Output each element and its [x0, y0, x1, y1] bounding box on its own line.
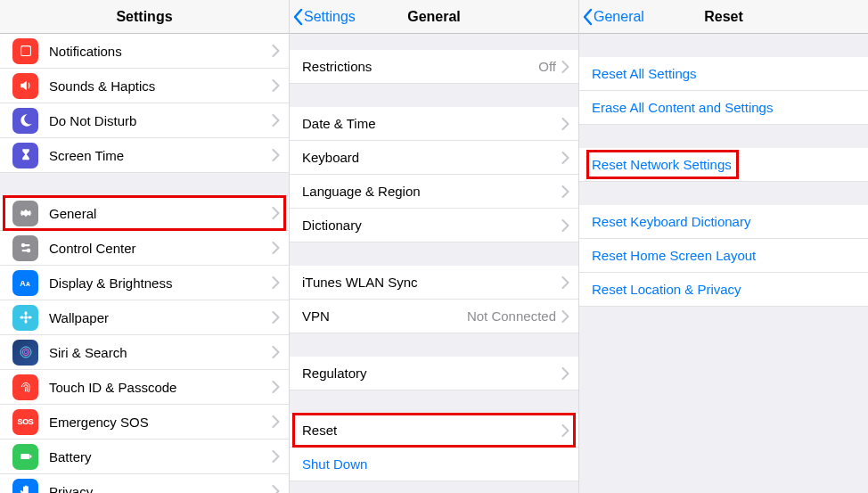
general-item-vpn[interactable]: VPNNot Connected [290, 300, 578, 333]
reset-panel: General Reset Reset All SettingsErase Al… [579, 0, 868, 493]
reset-item-label: Erase All Content and Settings [592, 100, 773, 115]
general-item-label: Keyboard [302, 150, 561, 165]
reset-item-label: Reset Keyboard Dictionary [592, 214, 750, 229]
section-gap [0, 173, 289, 196]
sos-icon: SOS [12, 409, 38, 435]
settings-item-label: Do Not Disturb [49, 113, 272, 128]
reset-rows: Reset All SettingsErase All Content and … [579, 34, 868, 493]
svg-point-13 [20, 347, 31, 357]
svg-text:A: A [20, 279, 26, 288]
svg-point-12 [28, 316, 32, 319]
speaker-icon [12, 73, 38, 99]
settings-item-emergency-sos[interactable]: SOSEmergency SOS [0, 405, 289, 440]
section-gap [579, 182, 868, 205]
chevron-left-icon [583, 8, 594, 26]
settings-item-label: General [49, 206, 272, 221]
settings-item-label: Display & Brightness [49, 275, 272, 291]
detail-text: Not Connected [467, 308, 556, 324]
settings-item-display-brightness[interactable]: AADisplay & Brightness [0, 266, 289, 300]
reset-item-reset-home-screen-layout[interactable]: Reset Home Screen Layout [579, 239, 868, 273]
svg-rect-16 [20, 454, 30, 459]
settings-header: Settings [0, 0, 289, 34]
reset-item-reset-keyboard-dictionary[interactable]: Reset Keyboard Dictionary [579, 205, 868, 239]
chevron-right-icon [272, 346, 280, 358]
svg-rect-5 [21, 250, 27, 251]
settings-item-label: Touch ID & Passcode [49, 380, 272, 395]
general-back-button[interactable]: Settings [293, 0, 356, 33]
reset-title: Reset [704, 9, 743, 25]
settings-item-wallpaper[interactable]: Wallpaper [0, 300, 289, 335]
chevron-right-icon [272, 45, 280, 57]
settings-item-battery[interactable]: Battery [0, 440, 289, 474]
settings-title: Settings [116, 9, 172, 25]
flower-icon [12, 305, 38, 331]
chevron-right-icon [272, 207, 280, 219]
reset-item-erase-all-content-settings[interactable]: Erase All Content and Settings [579, 91, 868, 125]
section-gap [290, 333, 578, 357]
general-panel: Settings General RestrictionsOffDate & T… [290, 0, 579, 493]
svg-point-14 [22, 349, 29, 356]
general-item-label: Shut Down [302, 456, 569, 472]
reset-item-reset-location-privacy[interactable]: Reset Location & Privacy [579, 273, 868, 307]
settings-item-label: Notifications [49, 44, 272, 59]
section-gap [290, 84, 578, 107]
general-item-shut-down[interactable]: Shut Down [290, 448, 578, 481]
reset-item-label: Reset All Settings [592, 66, 697, 81]
settings-item-sounds-haptics[interactable]: Sounds & Haptics [0, 69, 289, 103]
general-item-restrictions[interactable]: RestrictionsOff [290, 50, 578, 84]
chevron-right-icon [272, 242, 280, 254]
settings-item-label: Wallpaper [49, 310, 272, 325]
reset-item-label: Reset Home Screen Layout [592, 248, 756, 263]
reset-item-reset-all-settings[interactable]: Reset All Settings [579, 57, 868, 91]
reset-header: General Reset [579, 0, 868, 34]
settings-item-touch-id-passcode[interactable]: Touch ID & Passcode [0, 370, 289, 405]
general-item-regulatory[interactable]: Regulatory [290, 357, 578, 390]
settings-item-do-not-disturb[interactable]: Do Not Disturb [0, 103, 289, 138]
section-gap [290, 34, 578, 50]
reset-back-button[interactable]: General [583, 0, 644, 33]
general-item-label: VPN [302, 308, 467, 324]
settings-item-general[interactable]: General [0, 196, 289, 231]
aa-icon: AA [12, 270, 38, 296]
chevron-left-icon [293, 8, 304, 26]
section-gap [579, 34, 868, 57]
svg-point-9 [24, 311, 27, 316]
section-gap [579, 125, 868, 148]
settings-item-label: Battery [49, 449, 272, 464]
chevron-right-icon [561, 152, 569, 164]
chevron-right-icon [561, 61, 569, 73]
general-rows: RestrictionsOffDate & TimeKeyboardLangua… [290, 34, 578, 493]
chevron-right-icon [272, 485, 280, 493]
settings-item-screen-time[interactable]: Screen Time [0, 138, 289, 173]
chevron-right-icon [272, 311, 280, 324]
general-item-label: iTunes WLAN Sync [302, 275, 561, 290]
settings-item-label: Control Center [49, 241, 272, 256]
general-item-reset[interactable]: Reset [290, 414, 578, 448]
switches-icon [12, 235, 38, 261]
chevron-right-icon [272, 114, 280, 127]
settings-item-notifications[interactable]: Notifications [0, 34, 289, 69]
reset-item-reset-network-settings[interactable]: Reset Network Settings [579, 148, 868, 182]
settings-rows: NotificationsSounds & HapticsDo Not Dist… [0, 34, 289, 493]
svg-rect-1 [21, 46, 30, 55]
settings-item-siri-search[interactable]: Siri & Search [0, 335, 289, 370]
general-title: General [407, 9, 461, 25]
chevron-right-icon [561, 118, 569, 130]
chevron-right-icon [272, 381, 280, 393]
section-gap [290, 390, 578, 414]
settings-item-control-center[interactable]: Control Center [0, 231, 289, 266]
general-item-dictionary[interactable]: Dictionary [290, 209, 578, 242]
general-item-itunes-wlan-sync[interactable]: iTunes WLAN Sync [290, 266, 578, 300]
notifications-icon [12, 38, 38, 64]
svg-point-11 [20, 316, 24, 319]
general-item-date-time[interactable]: Date & Time [290, 107, 578, 141]
general-item-language-region[interactable]: Language & Region [290, 175, 578, 209]
settings-item-label: Privacy [49, 484, 272, 494]
settings-item-label: Siri & Search [49, 345, 272, 360]
settings-item-privacy[interactable]: Privacy [0, 474, 289, 493]
general-item-label: Language & Region [302, 184, 561, 199]
general-back-label: Settings [304, 9, 356, 25]
general-item-keyboard[interactable]: Keyboard [290, 141, 578, 175]
svg-point-8 [24, 316, 28, 319]
detail-text: Off [538, 59, 556, 74]
